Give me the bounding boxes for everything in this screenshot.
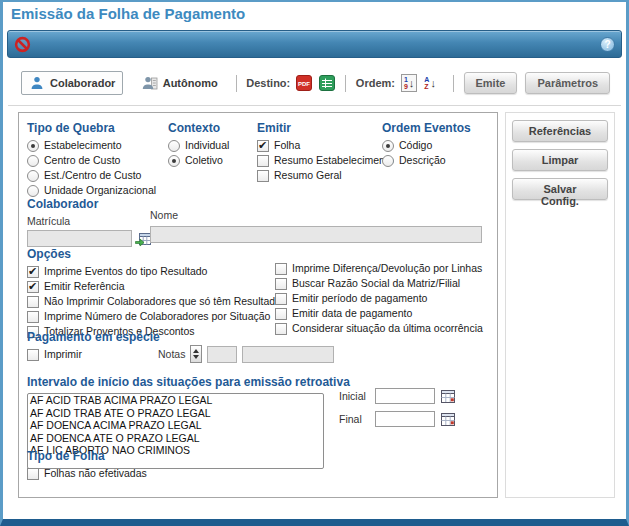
checkbox-option-considerar-ultima-ocorrencia[interactable]: Considerar situação da última ocorrência (275, 322, 483, 335)
list-item[interactable]: AF DOENCA ACIMA PRAZO LEGAL (28, 419, 323, 432)
radio-option-est-centro-de-custo[interactable]: Est./Centro de Custo (27, 169, 156, 182)
sort-numeric-icon[interactable]: 19 ↓ (401, 74, 417, 92)
checkbox-option-buscar-razao-social[interactable]: Buscar Razão Social da Matriz/Filial (275, 277, 483, 290)
tipo-folha-group: Tipo de Folha Folhas não efetivadas (27, 449, 147, 482)
radio-option-centro-de-custo[interactable]: Centro de Custo (27, 154, 156, 167)
notas-spinner[interactable] (190, 345, 202, 363)
checkbox-option-folha[interactable]: Folha (257, 139, 394, 152)
page-title: Emissão da Folha de Pagamento (11, 5, 245, 22)
option-label: Coletivo (185, 154, 223, 167)
pagamento-especie-group: Pagamento em espécie Imprimir (27, 330, 160, 363)
checkbox-imprime-diferenca[interactable] (275, 263, 287, 275)
nome-field-group: Nome (150, 209, 482, 243)
checkbox-resumo-geral[interactable] (257, 170, 269, 182)
checkbox-considerar-ultima-ocorrencia[interactable] (275, 323, 287, 335)
referencias-button[interactable]: Referências (512, 120, 608, 142)
checkbox-imprime-numero-colaboradores[interactable] (27, 311, 39, 323)
matricula-label: Matrícula (27, 215, 151, 227)
checkbox-option-emitir-data-pagamento[interactable]: Emitir data de pagamento (275, 307, 483, 320)
toolbar-separator (453, 75, 454, 92)
lookup-icon[interactable] (135, 231, 151, 247)
checkbox-option-resumo-estabelecimento[interactable]: Resumo Estabelecimento (257, 154, 394, 167)
spinner-down-icon (193, 355, 199, 359)
option-label: Folhas não efetivadas (44, 467, 147, 480)
parametros-button[interactable]: Parâmetros (525, 72, 610, 94)
limpar-button[interactable]: Limpar (512, 149, 608, 171)
checkbox-buscar-razao-social[interactable] (275, 278, 287, 290)
pdf-icon[interactable]: PDF (296, 75, 312, 91)
checkbox-option-imprimir[interactable]: Imprimir (27, 348, 160, 361)
colaborador-group: Colaborador Matrícula (27, 197, 151, 247)
checkbox-emitir-periodo-pagamento[interactable] (275, 293, 287, 305)
sort-alpha-icon[interactable]: AZ ↓ (422, 74, 438, 92)
emite-button[interactable]: Emite (464, 72, 518, 94)
radio-estabelecimento[interactable] (27, 140, 39, 152)
radio-option-individual[interactable]: Individual (168, 139, 229, 152)
matricula-input[interactable] (27, 230, 132, 247)
checkbox-imprime-eventos-resultado[interactable] (27, 266, 39, 278)
excel-icon[interactable] (319, 75, 335, 91)
checkbox-option-folhas-nao-efetivadas[interactable]: Folhas não efetivadas (27, 467, 147, 480)
checkbox-folhas-nao-efetivadas[interactable] (27, 468, 39, 480)
list-item[interactable]: AF DOENCA ATE O PRAZO LEGAL (28, 432, 323, 445)
radio-centro-de-custo[interactable] (27, 155, 39, 167)
form-panel: Tipo de Quebra Estabelecimento Centro de… (18, 112, 498, 498)
colaborador-button[interactable]: Colaborador (21, 71, 123, 95)
checkbox-nao-imprimir-so-resultados[interactable] (27, 296, 39, 308)
inicial-date-input[interactable] (375, 388, 435, 404)
salvar-config-button[interactable]: Salvar Config. (512, 178, 608, 200)
toolbar-separator (345, 75, 346, 92)
block-icon[interactable] (14, 36, 31, 53)
checkbox-option-nao-imprimir-so-resultados[interactable]: Não Imprimir Colaboradores que só têm Re… (27, 295, 286, 308)
checkbox-emitir-data-pagamento[interactable] (275, 308, 287, 320)
radio-codigo[interactable] (382, 140, 394, 152)
notas-input[interactable] (207, 346, 237, 363)
autonomo-button[interactable]: Autônomo (134, 71, 226, 95)
opcoes-group-right: Imprime Diferença/Devolução por Linhas B… (275, 262, 483, 337)
option-label: Imprime Eventos do tipo Resultado (44, 265, 207, 278)
calendar-icon[interactable] (441, 412, 455, 426)
radio-coletivo[interactable] (168, 155, 180, 167)
final-label: Final (339, 413, 369, 425)
list-item[interactable]: AF ACID TRAB ATE O PRAZO LEGAL (28, 407, 323, 420)
contexto-group: Contexto Individual Coletivo (168, 121, 229, 169)
notas-descricao-input[interactable] (242, 346, 334, 363)
final-date-input[interactable] (375, 411, 435, 427)
radio-option-estabelecimento[interactable]: Estabelecimento (27, 139, 156, 152)
checkbox-option-imprime-numero-colaboradores[interactable]: Imprime Número de Colaboradores por Situ… (27, 310, 286, 323)
option-label: Imprimir (44, 348, 82, 361)
checkbox-resumo-estabelecimento[interactable] (257, 155, 269, 167)
radio-individual[interactable] (168, 140, 180, 152)
radio-option-unidade-organizacional[interactable]: Unidade Organizacional (27, 184, 156, 197)
radio-unidade-organizacional[interactable] (27, 185, 39, 197)
autonomo-label: Autônomo (163, 77, 218, 89)
checkbox-option-emitir-referencia[interactable]: Emitir Referência (27, 280, 286, 293)
svg-text:PDF: PDF (298, 81, 310, 87)
checkbox-option-resumo-geral[interactable]: Resumo Geral (257, 169, 394, 182)
person-icon (29, 75, 45, 91)
checkbox-option-emitir-periodo-pagamento[interactable]: Emitir período de pagamento (275, 292, 483, 305)
checkbox-imprimir[interactable] (27, 349, 39, 361)
calendar-icon[interactable] (441, 389, 455, 403)
radio-est-centro-de-custo[interactable] (27, 170, 39, 182)
nome-input[interactable] (150, 226, 482, 243)
radio-option-coletivo[interactable]: Coletivo (168, 154, 229, 167)
tipo-de-quebra-group: Tipo de Quebra Estabelecimento Centro de… (27, 121, 156, 199)
option-label: Estabelecimento (44, 139, 122, 152)
option-label: Descrição (399, 154, 446, 167)
intervalo-datas-group: Inicial Final (339, 388, 455, 434)
radio-descricao[interactable] (382, 155, 394, 167)
help-icon[interactable]: ? (600, 37, 615, 52)
option-label: Considerar situação da última ocorrência (292, 322, 483, 335)
checkbox-emitir-referencia[interactable] (27, 281, 39, 293)
radio-option-codigo[interactable]: Código (382, 139, 471, 152)
list-item[interactable]: AF ACID TRAB ACIMA PRAZO LEGAL (28, 394, 323, 407)
checkbox-folha[interactable] (257, 140, 269, 152)
emitir-group: Emitir Folha Resumo Estabelecimento Resu… (257, 121, 394, 184)
inicial-row: Inicial (339, 388, 455, 404)
option-label: Centro de Custo (44, 154, 120, 167)
radio-option-descricao[interactable]: Descrição (382, 154, 471, 167)
checkbox-option-imprime-eventos-resultado[interactable]: Imprime Eventos do tipo Resultado (27, 265, 286, 278)
checkbox-option-imprime-diferenca[interactable]: Imprime Diferença/Devolução por Linhas (275, 262, 483, 275)
nome-label: Nome (150, 209, 482, 221)
